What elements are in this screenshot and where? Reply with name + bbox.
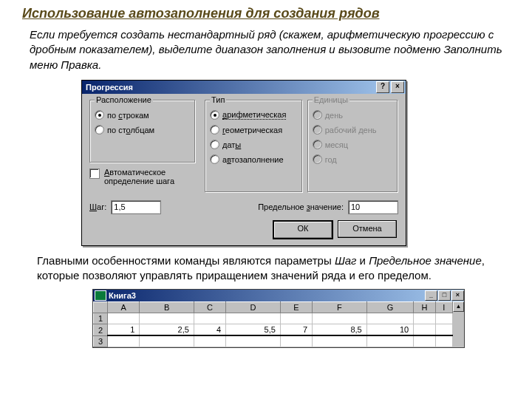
close-button[interactable]: × — [391, 81, 404, 93]
ok-button[interactable]: ОК — [273, 220, 333, 239]
group-type: Тип арифметическая геометрическая даты — [205, 100, 303, 193]
group-location-title: Расположение — [95, 95, 153, 104]
radio-year: год — [313, 152, 393, 167]
radio-workday: рабочий день — [313, 123, 393, 137]
spreadsheet-titlebar[interactable]: Книга3 _ □ × — [93, 290, 464, 301]
limit-input[interactable]: 10 — [348, 200, 398, 214]
radio-day: день — [313, 108, 393, 123]
column-headers[interactable]: ABC DEF GHI — [94, 302, 453, 313]
radio-icon — [95, 110, 104, 120]
description-text: Главными особенностями команды являются … — [37, 253, 495, 284]
group-units-title: Единицы — [313, 95, 349, 104]
radio-icon — [313, 140, 322, 149]
radio-icon — [313, 125, 322, 134]
radio-icon — [210, 110, 219, 120]
workbook-title: Книга3 — [109, 291, 136, 300]
group-type-title: Тип — [210, 95, 226, 104]
radio-by-columns[interactable]: по столбцам — [95, 123, 191, 137]
radio-icon — [313, 154, 322, 164]
radio-by-rows[interactable]: по строкам — [95, 108, 191, 123]
close-window-button[interactable]: × — [451, 290, 464, 301]
intro-text: Если требуется создать нестандартный ряд… — [30, 27, 502, 72]
group-location: Расположение по строкам по столбцам — [89, 100, 196, 163]
radio-icon — [313, 110, 322, 120]
step-field: Шаг: 1,5 — [89, 200, 161, 214]
row-3[interactable]: 3 — [94, 335, 453, 347]
dialog-title: Прогрессия — [83, 83, 375, 92]
select-all-corner[interactable] — [94, 302, 108, 313]
radio-month: месяц — [313, 137, 393, 152]
spreadsheet-grid[interactable]: ABC DEF GHI 1 2 1 2,5 4 5,5 7 — [93, 301, 453, 347]
minimize-button[interactable]: _ — [425, 290, 437, 301]
radio-geometric[interactable]: геометрическая — [210, 123, 298, 137]
workbook-icon — [95, 290, 106, 301]
cancel-button[interactable]: Отмена — [338, 220, 397, 238]
auto-step-checkbox[interactable]: Автоматическое определение шага — [89, 168, 200, 185]
limit-field: Предельное значение: 10 — [258, 200, 398, 214]
help-button[interactable]: ? — [376, 81, 389, 93]
spreadsheet-window: Книга3 _ □ × ABC DEF GHI 1 — [92, 289, 465, 348]
radio-icon — [95, 125, 104, 134]
vertical-scrollbar[interactable]: ▲ — [453, 301, 464, 347]
radio-icon — [210, 140, 219, 149]
row-1[interactable]: 1 — [94, 313, 453, 324]
series-dialog: Прогрессия ? × Расположение по строкам — [81, 80, 406, 246]
maximize-button[interactable]: □ — [438, 290, 451, 301]
page-title: Использование автозаполнения для создани… — [22, 6, 510, 21]
group-units: Единицы день рабочий день месяц — [307, 100, 398, 193]
checkbox-icon — [89, 168, 100, 179]
step-input[interactable]: 1,5 — [111, 200, 161, 214]
radio-icon — [210, 154, 219, 164]
dialog-titlebar[interactable]: Прогрессия ? × — [82, 81, 406, 94]
scroll-up-icon[interactable]: ▲ — [453, 301, 464, 312]
radio-icon — [210, 125, 219, 134]
row-2[interactable]: 2 1 2,5 4 5,5 7 8,5 10 — [94, 324, 453, 336]
radio-arithmetic[interactable]: арифметическая — [210, 108, 298, 123]
radio-autofill[interactable]: автозаполнение — [210, 152, 298, 167]
radio-dates[interactable]: даты — [210, 137, 298, 152]
